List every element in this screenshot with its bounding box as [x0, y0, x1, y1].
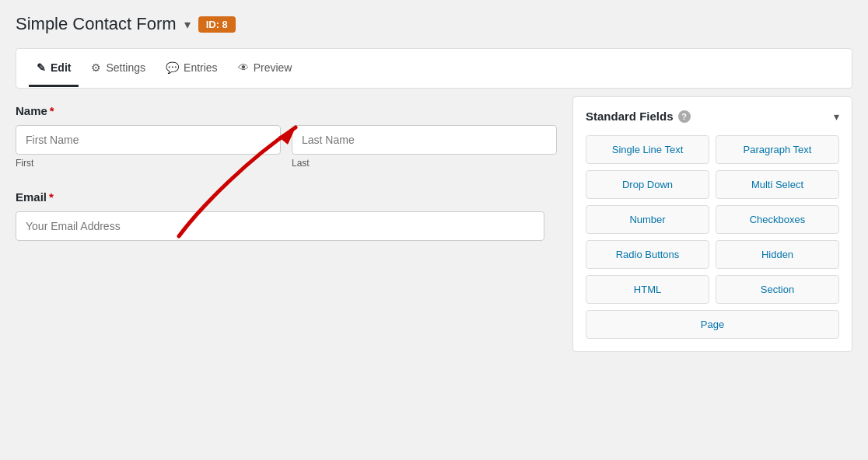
chevron-icon[interactable]: ▾	[184, 17, 191, 32]
form-panel: Name* First Last Email*	[16, 89, 557, 352]
last-sublabel: Last	[292, 158, 557, 169]
settings-icon: ⚙	[91, 61, 101, 74]
last-name-wrap: Last	[292, 125, 557, 169]
field-btn-hidden[interactable]: Hidden	[716, 240, 839, 269]
name-field-group: Name* First Last	[16, 104, 557, 169]
field-btn-paragraph-text[interactable]: Paragraph Text	[716, 135, 839, 164]
tab-entries-label: Entries	[184, 61, 218, 74]
tab-preview-label: Preview	[254, 61, 292, 74]
email-field-wrap	[16, 211, 544, 241]
tab-preview[interactable]: 👁 Preview	[230, 51, 300, 87]
tab-edit-label: Edit	[51, 61, 71, 74]
page-title: Simple Contact Form	[16, 14, 177, 34]
name-required-star: *	[50, 104, 54, 117]
panel-chevron-icon[interactable]: ▾	[834, 110, 839, 123]
field-btn-single-line-text[interactable]: Single Line Text	[586, 135, 709, 164]
tab-edit[interactable]: ✎ Edit	[29, 51, 79, 87]
fields-panel-title: Standard Fields ?	[586, 110, 691, 123]
entries-icon: 💬	[166, 61, 179, 74]
id-badge: ID: 8	[198, 16, 236, 33]
field-btn-checkboxes[interactable]: Checkboxes	[716, 205, 839, 234]
tab-entries[interactable]: 💬 Entries	[158, 51, 226, 87]
edit-icon: ✎	[37, 61, 46, 74]
fields-panel-header: Standard Fields ? ▾	[586, 110, 839, 123]
fields-grid: Single Line Text Paragraph Text Drop Dow…	[586, 135, 839, 339]
page-wrapper: Simple Contact Form ▾ ID: 8 ✎ Edit ⚙ Set…	[0, 0, 868, 460]
email-label: Email*	[16, 190, 557, 204]
tab-settings[interactable]: ⚙ Settings	[83, 51, 153, 87]
preview-icon: 👁	[238, 61, 249, 74]
first-name-wrap: First	[16, 125, 281, 169]
field-btn-html[interactable]: HTML	[586, 275, 709, 304]
help-icon[interactable]: ?	[678, 110, 691, 123]
field-btn-section[interactable]: Section	[716, 275, 839, 304]
field-btn-drop-down[interactable]: Drop Down	[586, 170, 709, 199]
page-header: Simple Contact Form ▾ ID: 8	[16, 14, 852, 34]
name-label: Name*	[16, 104, 557, 117]
field-btn-number[interactable]: Number	[586, 205, 709, 234]
last-name-input[interactable]	[292, 125, 557, 155]
field-btn-multi-select[interactable]: Multi Select	[716, 170, 839, 199]
email-required-star: *	[49, 190, 54, 204]
tab-settings-label: Settings	[106, 61, 145, 74]
email-field-group: Email*	[16, 190, 557, 241]
field-btn-radio-buttons[interactable]: Radio Buttons	[586, 240, 709, 269]
tab-bar: ✎ Edit ⚙ Settings 💬 Entries 👁 Preview	[16, 48, 852, 89]
first-sublabel: First	[16, 158, 281, 169]
field-btn-page[interactable]: Page	[586, 310, 839, 339]
email-input[interactable]	[16, 211, 544, 241]
fields-panel: Standard Fields ? ▾ Single Line Text Par…	[572, 96, 852, 352]
main-content: Name* First Last Email*	[16, 89, 852, 352]
first-name-input[interactable]	[16, 125, 281, 155]
name-fields: First Last	[16, 125, 557, 169]
